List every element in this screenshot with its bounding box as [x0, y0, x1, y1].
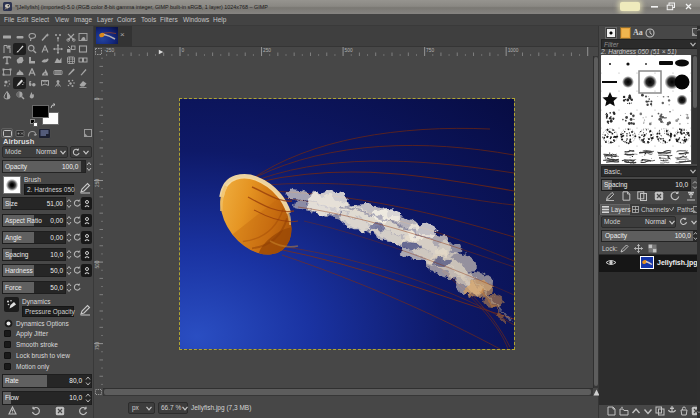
- svg-text:500: 500: [345, 48, 353, 53]
- svg-text:1000: 1000: [508, 48, 519, 53]
- svg-text:250: 250: [263, 48, 271, 53]
- svg-text:-250: -250: [105, 48, 115, 53]
- svg-text:0: 0: [95, 97, 100, 100]
- svg-text:0: 0: [182, 48, 185, 53]
- svg-text:500: 500: [95, 260, 100, 268]
- svg-text:250: 250: [95, 179, 100, 187]
- svg-text:750: 750: [95, 342, 100, 350]
- svg-text:750: 750: [426, 48, 434, 53]
